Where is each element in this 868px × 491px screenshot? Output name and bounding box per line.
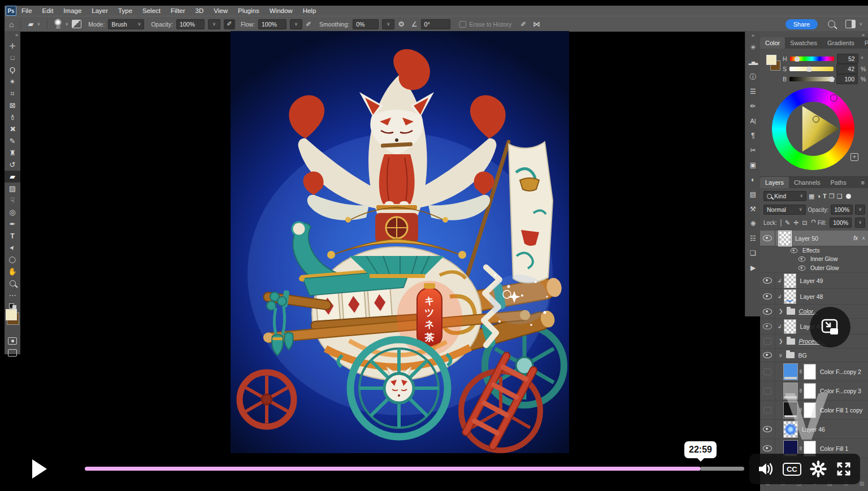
clone-source-icon[interactable]: ⚒ xyxy=(745,202,761,216)
hue-slider[interactable] xyxy=(790,57,834,61)
fill-value[interactable]: 100% xyxy=(830,218,852,228)
outer-glow-row[interactable]: Outer Glow xyxy=(760,263,868,273)
tab-gradients[interactable]: Gradients xyxy=(822,37,860,49)
fx-badge[interactable]: fx xyxy=(853,235,858,241)
info-icon[interactable]: ⓘ xyxy=(745,69,761,84)
add-swatch-icon[interactable]: + xyxy=(850,153,858,161)
layer-thumbnail[interactable] xyxy=(784,273,796,288)
object-selection-tool[interactable]: ✴ xyxy=(5,76,20,88)
quick-mask-button[interactable] xyxy=(5,335,20,347)
panel-menu-icon[interactable]: ≡ xyxy=(861,179,865,186)
eyedropper-tool[interactable]: ✑ xyxy=(5,111,20,123)
lock-pixels-icon[interactable]: ✎ xyxy=(785,220,790,226)
search-icon[interactable] xyxy=(828,20,835,28)
lock-artboard-icon[interactable]: ⊡ xyxy=(802,220,807,226)
effects-row[interactable]: Effects xyxy=(760,246,868,255)
healing-brush-tool[interactable]: ✚ xyxy=(5,123,20,135)
visibility-eye-icon[interactable] xyxy=(763,235,772,241)
zoom-tool[interactable] xyxy=(5,277,20,289)
notes-icon[interactable]: ❏ xyxy=(745,246,761,260)
menu-file[interactable]: File xyxy=(16,6,37,16)
layer-row-colorfill-copy3[interactable]: ∞ Color F...copy 3 xyxy=(760,381,868,401)
color-wheel[interactable] xyxy=(772,88,854,170)
fill-thumbnail[interactable] xyxy=(783,383,798,399)
dock-collapse-icon[interactable]: « xyxy=(745,31,761,40)
smoothing-gear-icon[interactable]: ⚙ xyxy=(398,20,405,28)
history-brush-tool[interactable]: ↺ xyxy=(5,159,20,171)
tab-color[interactable]: Color xyxy=(760,37,785,49)
erase-history-checkbox[interactable] xyxy=(459,21,466,28)
tool-presets-icon[interactable]: ✂ xyxy=(745,143,761,158)
frame-tool[interactable]: ⊠ xyxy=(5,99,20,111)
fill-thumbnail[interactable] xyxy=(783,402,798,419)
smudge-tool[interactable]: ☟ xyxy=(5,194,20,206)
volume-icon[interactable] xyxy=(758,462,774,476)
opacity-value[interactable]: 100% xyxy=(176,19,205,29)
pen-tool[interactable]: ✒ xyxy=(5,218,20,230)
libraries-icon[interactable]: ▤ xyxy=(745,187,761,202)
histogram-icon[interactable]: ▂▅▃ xyxy=(745,55,761,69)
flow-dropdown[interactable]: ∨ xyxy=(290,19,302,29)
settings-gear-icon[interactable] xyxy=(810,460,827,477)
canvas[interactable]: キ ツ ネ 茶 xyxy=(231,31,569,453)
chevron-down-icon[interactable]: ∨ xyxy=(37,22,40,27)
menu-3d[interactable]: 3D xyxy=(190,6,209,16)
gradients-icon[interactable]: ◐ xyxy=(745,172,761,187)
smoothing-value[interactable]: 0% xyxy=(353,19,379,29)
menu-edit[interactable]: Edit xyxy=(37,6,59,16)
menu-view[interactable]: View xyxy=(209,6,233,16)
mask-thumbnail[interactable] xyxy=(804,364,816,380)
adjustments-icon[interactable]: ✳ xyxy=(745,40,761,55)
pip-button[interactable] xyxy=(810,307,850,347)
paragraph-icon[interactable]: ¶ xyxy=(745,128,761,143)
menu-window[interactable]: Window xyxy=(264,6,298,16)
expand-group-icon[interactable]: ❯ xyxy=(779,308,783,314)
opacity-dropdown[interactable]: ∨ xyxy=(855,205,865,215)
brush-preset-picker[interactable]: 40 xyxy=(54,19,62,29)
chevron-down-icon[interactable]: ∨ xyxy=(65,22,68,27)
fullscreen-icon[interactable] xyxy=(836,461,852,477)
workspace-icon[interactable] xyxy=(845,20,856,28)
share-button[interactable]: Share xyxy=(785,19,818,29)
menu-image[interactable]: Image xyxy=(58,6,86,16)
sat-slider[interactable] xyxy=(789,67,834,71)
eraser-tool-icon[interactable]: ▰ xyxy=(28,20,33,28)
symmetry-icon[interactable]: ⋈ xyxy=(533,20,540,28)
screen-mode-button[interactable] xyxy=(5,347,20,359)
chevron-down-icon[interactable]: ∨ xyxy=(859,22,862,27)
path-select-tool[interactable]: ➤ xyxy=(5,242,20,254)
pressure-opacity-icon[interactable]: ✐ xyxy=(224,19,235,29)
filter-shape-icon[interactable]: ❐ xyxy=(829,193,835,199)
sb-marker[interactable] xyxy=(813,116,819,123)
layer-row-layer46[interactable]: Layer 46 xyxy=(760,420,868,439)
layer-thumbnail[interactable] xyxy=(783,421,798,438)
tab-layers[interactable]: Layers xyxy=(760,177,789,188)
menu-filter[interactable]: Filter xyxy=(166,6,190,16)
layer-row-colorfill1-copy[interactable]: ∞ Color Fill 1 copy xyxy=(760,401,868,420)
tab-swatches[interactable]: Swatches xyxy=(785,37,822,49)
tab-patterns[interactable]: Patterns xyxy=(860,37,868,49)
filter-smart-object-icon[interactable]: ❑ xyxy=(837,193,843,199)
filter-pixel-icon[interactable]: ▦ xyxy=(809,193,814,199)
layer-thumbnail[interactable] xyxy=(784,289,796,304)
clone-stamp-tool[interactable]: ♜ xyxy=(5,147,20,159)
pressure-size-icon[interactable]: ✐ xyxy=(520,21,526,28)
character-icon[interactable]: A| xyxy=(745,114,761,128)
more-tools[interactable]: ⋯ xyxy=(5,289,20,301)
properties-icon[interactable]: ☰ xyxy=(745,84,761,99)
delete-layer-icon[interactable]: ▦ xyxy=(860,481,865,486)
menu-layer[interactable]: Layer xyxy=(86,6,113,16)
mask-thumbnail[interactable] xyxy=(804,402,816,418)
toggle-brush-panel-icon[interactable] xyxy=(72,20,81,28)
mode-select[interactable]: Brush∨ xyxy=(108,19,144,29)
blend-mode-select[interactable]: Normal∨ xyxy=(763,205,806,215)
brush-tool[interactable]: ✎ xyxy=(5,135,20,147)
menu-select[interactable]: Select xyxy=(137,6,166,16)
fill-thumbnail[interactable] xyxy=(783,363,798,380)
hidden-visibility-box[interactable] xyxy=(763,338,771,345)
fill-dropdown[interactable]: ∨ xyxy=(855,218,865,228)
tab-paths[interactable]: Paths xyxy=(826,177,852,188)
move-tool[interactable]: ✛ xyxy=(5,40,20,52)
tab-channels[interactable]: Channels xyxy=(789,177,825,188)
dodge-tool[interactable]: ◎ xyxy=(5,206,20,218)
